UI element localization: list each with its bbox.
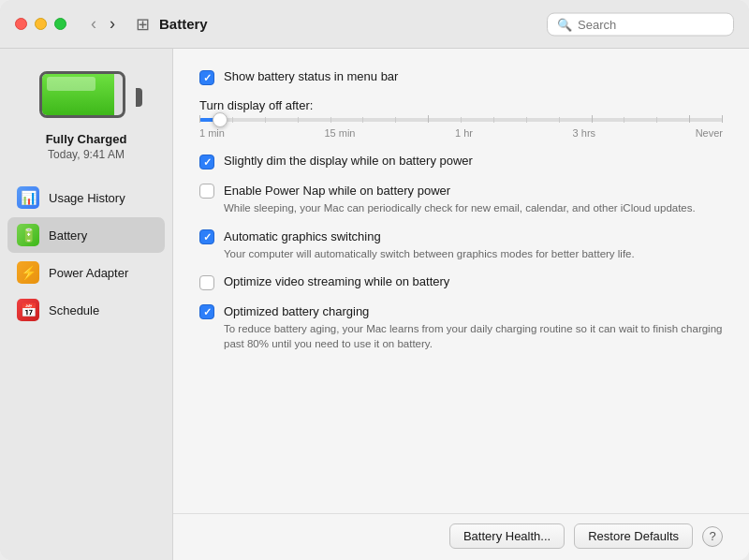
forward-button[interactable]: ›: [104, 10, 121, 37]
optimized-charging-checkbox[interactable]: [199, 304, 214, 319]
titlebar-title: Battery: [159, 16, 208, 32]
sidebar-nav: 📊 Usage History 🔋 Battery ⚡ Power Adapte…: [0, 180, 172, 330]
battery-status-time: Today, 9:41 AM: [48, 148, 125, 161]
slider-thumb[interactable]: [213, 112, 228, 127]
slider-label-mid3: 3 hrs: [573, 127, 595, 139]
search-icon: 🔍: [557, 17, 572, 31]
battery-status-label: Fully Charged: [46, 132, 127, 146]
minimize-button[interactable]: [35, 18, 47, 30]
maximize-button[interactable]: [54, 18, 66, 30]
show-battery-status-row: Show battery status in menu bar: [199, 69, 723, 85]
auto-graphics-label: Automatic graphics switching: [224, 229, 381, 243]
power-nap-top: Enable Power Nap while on battery power: [199, 183, 450, 199]
help-button[interactable]: ?: [702, 526, 723, 547]
power-nap-desc: While sleeping, your Mac can periodicall…: [224, 200, 696, 215]
power-nap-row: Enable Power Nap while on battery power …: [199, 183, 723, 215]
optimize-video-checkbox[interactable]: [199, 275, 214, 290]
optimized-charging-label: Optimized battery charging: [224, 304, 369, 318]
slider-label-min: 1 min: [199, 127, 225, 139]
main-layout: Fully Charged Today, 9:41 AM 📊 Usage His…: [0, 49, 749, 560]
battery-body: [39, 71, 125, 118]
optimized-charging-row: Optimized battery charging To reduce bat…: [199, 303, 723, 351]
battery-illustration: [39, 71, 133, 123]
turn-display-off-label: Turn display off after:: [199, 98, 723, 112]
sidebar-item-battery[interactable]: 🔋 Battery: [7, 217, 165, 253]
optimized-charging-desc: To reduce battery aging, your Mac learns…: [224, 321, 723, 351]
sidebar-item-label-battery: Battery: [49, 228, 87, 243]
search-input[interactable]: [578, 17, 724, 31]
auto-graphics-checkbox[interactable]: [199, 229, 214, 244]
back-button[interactable]: ‹: [85, 10, 102, 37]
sidebar-item-label-usage: Usage History: [49, 191, 125, 205]
traffic-lights: [15, 18, 66, 30]
power-adapter-icon: ⚡: [17, 261, 39, 284]
power-nap-label: Enable Power Nap while on battery power: [224, 184, 450, 198]
close-button[interactable]: [15, 18, 27, 30]
sidebar-item-label-schedule: Schedule: [49, 303, 99, 317]
sidebar-item-power-adapter[interactable]: ⚡ Power Adapter: [7, 255, 165, 290]
sidebar-item-schedule[interactable]: 📅 Schedule: [7, 292, 165, 328]
sidebar: Fully Charged Today, 9:41 AM 📊 Usage His…: [0, 49, 173, 560]
auto-graphics-desc: Your computer will automatically switch …: [224, 246, 635, 261]
slider-wrapper: 1 min 15 min 1 hr 3 hrs Never: [199, 118, 723, 139]
optimized-charging-top: Optimized battery charging: [199, 303, 369, 319]
battery-shine: [47, 77, 95, 91]
turn-display-off-section: Turn display off after:: [199, 98, 723, 139]
optimize-video-row: Optimize video streaming while on batter…: [199, 274, 723, 290]
slider-label-max: Never: [696, 127, 723, 139]
schedule-icon: 📅: [17, 299, 39, 321]
app-grid-icon[interactable]: ⊞: [136, 14, 150, 35]
dim-display-checkbox[interactable]: [199, 155, 214, 169]
restore-defaults-button[interactable]: Restore Defaults: [574, 523, 693, 549]
dim-display-label: Slightly dim the display while on batter…: [224, 154, 473, 168]
battery-health-button[interactable]: Battery Health...: [449, 523, 565, 549]
slider-label-mid2: 1 hr: [455, 127, 473, 139]
usage-history-icon: 📊: [17, 186, 39, 209]
auto-graphics-row: Automatic graphics switching Your comput…: [199, 228, 723, 261]
battery-tip: [136, 88, 142, 107]
slider-label-mid1: 15 min: [324, 127, 355, 139]
dim-display-row: Slightly dim the display while on batter…: [199, 154, 723, 169]
sidebar-item-usage-history[interactable]: 📊 Usage History: [7, 180, 165, 215]
sidebar-item-label-power: Power Adapter: [49, 266, 128, 280]
bottom-bar: Battery Health... Restore Defaults ?: [173, 513, 749, 560]
titlebar: ‹ › ⊞ Battery 🔍: [0, 0, 749, 49]
nav-arrows: ‹ ›: [85, 10, 121, 37]
auto-graphics-top: Automatic graphics switching: [199, 228, 381, 244]
power-nap-checkbox[interactable]: [199, 184, 214, 199]
battery-status: Fully Charged Today, 9:41 AM: [30, 64, 142, 161]
show-battery-status-checkbox[interactable]: [199, 70, 214, 85]
show-battery-status-label: Show battery status in menu bar: [224, 69, 398, 83]
search-bar: 🔍: [547, 12, 734, 36]
optimize-video-label: Optimize video streaming while on batter…: [224, 274, 449, 288]
content-area: Show battery status in menu bar Turn dis…: [173, 49, 749, 513]
battery-icon: 🔋: [17, 224, 39, 246]
